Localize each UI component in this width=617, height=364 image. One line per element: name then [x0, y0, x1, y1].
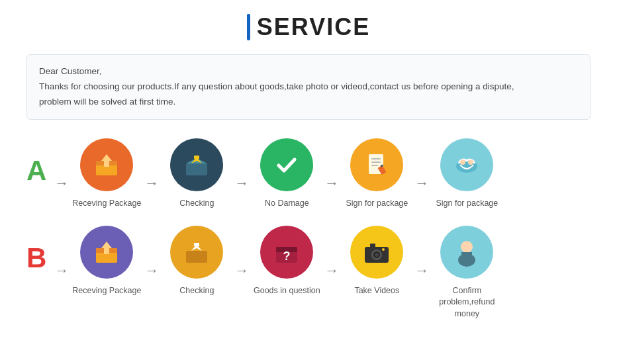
- notice-line1: Dear Customer,: [39, 64, 578, 79]
- svg-rect-7: [194, 156, 199, 159]
- flow-a-arrow-2: →: [234, 157, 249, 210]
- svg-point-31: [375, 253, 379, 257]
- svg-rect-21: [186, 251, 207, 263]
- svg-rect-24: [194, 243, 199, 246]
- notice-line3: problem will be solved at first time.: [39, 95, 578, 110]
- flow-a-item-5: Sign for package: [430, 138, 503, 210]
- svg-text:?: ?: [283, 250, 291, 263]
- notice-box: Dear Customer, Thanks for choosing our p…: [26, 54, 591, 120]
- flow-b-label: B: [26, 244, 46, 272]
- flow-b-label-2: Checking: [179, 285, 214, 297]
- svg-rect-10: [371, 161, 381, 163]
- flow-a-icon-2: [170, 138, 223, 191]
- flow-a-item-4: Sign for package: [340, 138, 413, 210]
- flow-b-item-2: Checking: [160, 226, 233, 297]
- svg-rect-11: [371, 165, 378, 166]
- flow-a-label: A: [26, 157, 46, 185]
- svg-rect-32: [370, 244, 375, 248]
- flow-b-icon-3: ?: [260, 226, 313, 279]
- flow-b-arrow-4: →: [414, 244, 429, 297]
- flow-b-icon-1: [80, 226, 133, 279]
- flow-b-label-1: Receving Package: [72, 285, 141, 297]
- svg-rect-9: [371, 158, 381, 159]
- flow-a-section: A → Receving Package → Checking: [26, 138, 591, 210]
- flow-a-icon-4: [350, 138, 403, 191]
- flow-a-arrow-1: →: [144, 157, 159, 210]
- flow-a-arrow-3: →: [324, 157, 339, 210]
- notice-line2: Thanks for choosing our products.If any …: [39, 79, 578, 95]
- flow-a-label-1: Receving Package: [72, 198, 141, 210]
- svg-marker-3: [101, 154, 112, 161]
- flow-b-item-3: ? Goods in question: [250, 226, 323, 297]
- flow-b-icon-2: [170, 226, 223, 279]
- svg-rect-36: [461, 252, 472, 259]
- flow-b-icon-5: [440, 226, 493, 279]
- svg-point-33: [382, 248, 385, 251]
- flow-a-item-1: Receving Package: [70, 138, 143, 210]
- flow-a-label-5: Sign for package: [436, 198, 498, 210]
- svg-rect-4: [186, 163, 207, 175]
- flow-b-arrow-3: →: [324, 244, 339, 297]
- page-title: SERVICE: [26, 13, 591, 41]
- flow-b-arrow-2: →: [234, 244, 249, 297]
- flow-b-arrow-1: →: [144, 244, 159, 297]
- flow-a-arrow-start: →: [54, 157, 69, 210]
- flow-a-icon-1: [80, 138, 133, 191]
- flow-a-arrow-4: →: [414, 157, 429, 210]
- flow-b-label-4: Take Videos: [354, 285, 399, 297]
- svg-point-15: [460, 159, 465, 165]
- svg-point-16: [468, 159, 473, 165]
- flow-a-label-3: No Damage: [265, 198, 309, 210]
- title-accent: [247, 14, 250, 40]
- flow-b-item-4: Take Videos: [340, 226, 413, 297]
- flow-b-icon-4: [350, 226, 403, 279]
- flow-b-item-1: Receving Package: [70, 226, 143, 297]
- flow-a-item-2: Checking: [160, 138, 233, 210]
- flow-b-item-5: Confirm problem,refund money: [430, 226, 503, 320]
- title-text: SERVICE: [257, 13, 370, 41]
- flow-a-label-4: Sign for package: [346, 198, 408, 210]
- flow-b-label-3: Goods in question: [254, 285, 320, 297]
- flow-a-icon-3: [260, 138, 313, 191]
- flow-a-item-3: No Damage: [250, 138, 323, 210]
- flow-a-icon-5: [440, 138, 493, 191]
- svg-marker-20: [101, 242, 112, 248]
- flow-b-label-5: Confirm problem,refund money: [430, 285, 503, 320]
- svg-point-34: [461, 241, 473, 253]
- flow-a-label-2: Checking: [179, 198, 214, 210]
- flow-b-section: B → Receving Package → Checking →: [26, 226, 591, 320]
- flow-b-arrow-start: →: [54, 244, 69, 297]
